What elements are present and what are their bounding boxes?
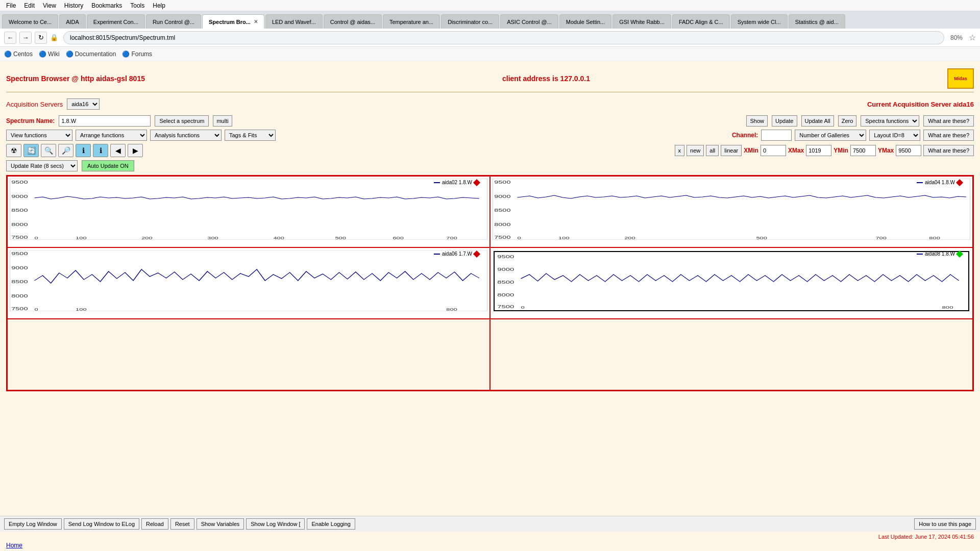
tab-8[interactable]: Discriminator co... bbox=[441, 14, 499, 29]
tab-12[interactable]: FADC Align & C... bbox=[672, 14, 730, 29]
channel-input[interactable] bbox=[761, 130, 792, 141]
svg-text:400: 400 bbox=[273, 236, 284, 240]
tab-9[interactable]: ASIC Control @... bbox=[500, 14, 558, 29]
menu-view[interactable]: View bbox=[39, 1, 60, 10]
view-functions-select[interactable]: View functions bbox=[6, 130, 72, 141]
chart-aida06[interactable]: aida06 1.7.W 9500 9000 8500 8000 7500 0 … bbox=[7, 247, 490, 319]
chart-aida08[interactable]: aida08 1.8.W 9500 9000 8500 8000 7500 0 … bbox=[490, 247, 973, 319]
what-are-these-1-button[interactable]: What are these? bbox=[923, 115, 974, 127]
xmin-input[interactable] bbox=[761, 145, 786, 156]
reload-button-footer[interactable]: Reload bbox=[141, 518, 168, 530]
controls-row: View functions Arrange functions Analysi… bbox=[6, 128, 974, 142]
multi-button[interactable]: multi bbox=[213, 115, 232, 127]
bookmark-forums[interactable]: 🔵 Forums bbox=[122, 51, 152, 58]
tab-5[interactable]: LED and Wavef... bbox=[265, 14, 323, 29]
tab-13[interactable]: System wide Cl... bbox=[731, 14, 788, 29]
back-button[interactable]: ← bbox=[4, 32, 16, 44]
show-variables-button[interactable]: Show Variables bbox=[197, 518, 244, 530]
acq-server-row: Acquisition Servers aida16 Current Acqui… bbox=[6, 96, 974, 112]
refresh-icon-button[interactable]: 🔄 bbox=[23, 144, 39, 157]
arrange-functions-select[interactable]: Arrange functions bbox=[76, 130, 147, 141]
show-button[interactable]: Show bbox=[746, 115, 768, 127]
spectra-functions-select[interactable]: Spectra functions bbox=[861, 115, 919, 127]
tab-10[interactable]: Module Settin... bbox=[559, 14, 611, 29]
next-icon-button[interactable]: ▶ bbox=[128, 144, 143, 157]
layout-id-select[interactable]: Layout ID=8 bbox=[869, 130, 920, 141]
tags-fits-select[interactable]: Tags & Fits bbox=[225, 130, 276, 141]
xmax-input[interactable] bbox=[806, 145, 831, 156]
select-spectrum-button[interactable]: Select a spectrum bbox=[155, 115, 209, 127]
linear-button[interactable]: linear bbox=[721, 145, 742, 156]
svg-text:100: 100 bbox=[76, 307, 87, 311]
prev-icon-button[interactable]: ◀ bbox=[110, 144, 126, 157]
what-are-these-2-button[interactable]: What are these? bbox=[923, 130, 974, 141]
tab-6[interactable]: Control @ aidas... bbox=[324, 14, 382, 29]
send-log-elog-button[interactable]: Send Log Window to ELog bbox=[64, 518, 139, 530]
menu-tools[interactable]: Tools bbox=[126, 1, 149, 10]
tab-3[interactable]: Run Control @... bbox=[146, 14, 201, 29]
chart-aida02[interactable]: aida02 1.8.W 9500 9000 8500 8000 7500 0 … bbox=[7, 176, 490, 247]
ymin-input[interactable] bbox=[850, 145, 876, 156]
page-title: Spectrum Browser @ http aidas-gsl 8015 bbox=[6, 74, 145, 83]
tab-close-icon[interactable]: ✕ bbox=[254, 19, 258, 24]
update-all-button[interactable]: Update All bbox=[801, 115, 834, 127]
show-log-window-button[interactable]: Show Log Window [ bbox=[246, 518, 305, 530]
tab-7[interactable]: Temperature an... bbox=[383, 14, 440, 29]
svg-text:0: 0 bbox=[517, 236, 521, 240]
svg-rect-14 bbox=[493, 179, 970, 240]
enable-logging-button[interactable]: Enable Logging bbox=[307, 518, 355, 530]
zoom-in-icon-button[interactable]: 🔍 bbox=[41, 144, 56, 157]
x-button[interactable]: x bbox=[675, 145, 685, 156]
svg-text:9500: 9500 bbox=[494, 180, 511, 185]
menu-bookmarks[interactable]: Bookmarks bbox=[87, 1, 126, 10]
svg-text:9000: 9000 bbox=[11, 194, 28, 199]
ymax-input[interactable] bbox=[896, 145, 921, 156]
chart-aida04-legend: aida04 1.8.W bbox=[917, 180, 962, 185]
zero-button[interactable]: Zero bbox=[838, 115, 857, 127]
all-button[interactable]: all bbox=[706, 145, 719, 156]
info2-icon-button[interactable]: ℹ bbox=[93, 144, 108, 157]
menu-edit[interactable]: Edit bbox=[20, 1, 39, 10]
number-of-galleries-select[interactable]: Number of Galleries bbox=[795, 130, 866, 141]
menu-file[interactable]: File bbox=[2, 1, 20, 10]
menu-history[interactable]: History bbox=[60, 1, 87, 10]
tab-11[interactable]: GSI White Rabb... bbox=[612, 14, 671, 29]
radiation-icon-button[interactable]: ☢ bbox=[6, 144, 21, 157]
tab-spectrum-browser[interactable]: Spectrum Bro... ✕ bbox=[202, 14, 264, 29]
spectrum-name-label: Spectrum Name: bbox=[6, 117, 55, 124]
url-input[interactable] bbox=[63, 31, 944, 44]
tab-2[interactable]: Experiment Con... bbox=[87, 14, 145, 29]
update-rate-select[interactable]: Update Rate (8 secs) bbox=[6, 160, 78, 171]
chart-aida06-legend: aida06 1.7.W bbox=[434, 251, 479, 257]
auto-update-button[interactable]: Auto Update ON bbox=[82, 160, 134, 171]
update-button[interactable]: Update bbox=[772, 115, 797, 127]
zoom-out-icon-button[interactable]: 🔎 bbox=[58, 144, 74, 157]
reload-button[interactable]: ↻ bbox=[35, 32, 47, 44]
bookmark-wiki[interactable]: 🔵 Wiki bbox=[39, 51, 60, 58]
empty-log-window-button[interactable]: Empty Log Window bbox=[4, 518, 62, 530]
chart-aida02-legend: aida02 1.8.W bbox=[434, 180, 479, 185]
new-button[interactable]: new bbox=[687, 145, 704, 156]
bookmark-centos[interactable]: 🔵 Centos bbox=[4, 51, 33, 58]
info-icon-button[interactable]: ℹ bbox=[76, 144, 91, 157]
bookmark-star-icon[interactable]: ☆ bbox=[969, 33, 976, 42]
svg-text:800: 800 bbox=[929, 236, 940, 240]
home-link[interactable]: Home bbox=[6, 542, 22, 549]
how-to-use-button[interactable]: How to use this page bbox=[914, 518, 976, 530]
analysis-functions-select[interactable]: Analysis functions bbox=[150, 130, 222, 141]
chart-aida08-legend: aida08 1.8.W bbox=[917, 251, 962, 257]
tab-0[interactable]: Welcome to Ce... bbox=[2, 14, 58, 29]
tab-14[interactable]: Statistics @ aid... bbox=[789, 14, 845, 29]
chart-aida04[interactable]: aida04 1.8.W 9500 9000 8500 8000 7500 0 … bbox=[490, 176, 973, 247]
svg-text:9000: 9000 bbox=[11, 265, 28, 270]
svg-text:600: 600 bbox=[393, 236, 404, 240]
spectrum-name-input[interactable] bbox=[59, 115, 151, 127]
menu-help[interactable]: Help bbox=[149, 1, 169, 10]
tab-1[interactable]: AIDA bbox=[59, 14, 86, 29]
acq-server-select[interactable]: aida16 bbox=[67, 98, 100, 110]
svg-rect-35 bbox=[496, 253, 967, 309]
what-are-these-3-button[interactable]: What are these? bbox=[923, 145, 974, 156]
reset-button[interactable]: Reset bbox=[170, 518, 194, 530]
bookmark-documentation[interactable]: 🔵 Documentation bbox=[66, 51, 116, 58]
forward-button[interactable]: → bbox=[19, 32, 32, 44]
